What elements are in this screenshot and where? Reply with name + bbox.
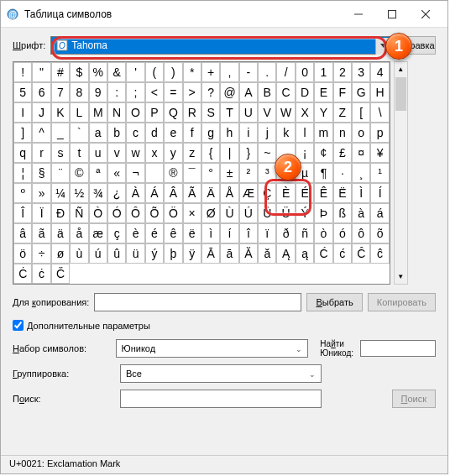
char-cell[interactable]: 9 xyxy=(89,82,107,102)
char-cell[interactable]: ì xyxy=(201,223,220,243)
char-cell[interactable]: Ú xyxy=(239,203,258,223)
char-cell[interactable]: } xyxy=(239,143,258,163)
char-cell[interactable]: ð xyxy=(276,223,295,243)
char-cell[interactable]: ¥ xyxy=(370,143,389,163)
char-cell[interactable]: j xyxy=(258,123,276,143)
advanced-checkbox[interactable] xyxy=(13,320,24,331)
char-cell[interactable]: ü xyxy=(126,243,144,264)
char-cell[interactable]: l xyxy=(296,123,314,143)
char-cell[interactable]: é xyxy=(145,223,164,243)
char-cell[interactable]: B xyxy=(258,82,276,102)
char-cell[interactable]: q xyxy=(13,143,32,163)
char-cell[interactable]: g xyxy=(201,123,220,143)
char-cell[interactable]: Ù xyxy=(220,203,238,223)
char-cell[interactable]: y xyxy=(164,143,182,163)
char-cell[interactable]: Ð xyxy=(51,203,70,223)
char-cell[interactable]: m xyxy=(314,123,332,143)
char-cell[interactable]: ¶ xyxy=(314,163,332,183)
char-cell[interactable]: Ò xyxy=(89,203,107,223)
char-cell[interactable]: ¨ xyxy=(51,163,70,183)
char-cell[interactable]: & xyxy=(107,62,126,82)
char-cell[interactable]: $ xyxy=(70,62,88,82)
char-cell[interactable]: M xyxy=(89,102,107,123)
char-cell[interactable]: ¹ xyxy=(370,163,389,183)
char-cell[interactable]: 6 xyxy=(32,82,50,102)
char-cell[interactable]: ç xyxy=(107,223,126,243)
char-cell[interactable]: ² xyxy=(239,163,258,183)
char-cell[interactable]: 1 xyxy=(314,62,332,82)
char-cell[interactable]: Ó xyxy=(107,203,126,223)
char-cell[interactable]: % xyxy=(89,62,107,82)
char-cell[interactable]: ? xyxy=(201,82,220,102)
char-cell[interactable]: o xyxy=(352,123,370,143)
char-cell[interactable]: ý xyxy=(145,243,164,264)
char-cell[interactable]: × xyxy=(183,203,201,223)
char-cell[interactable]: { xyxy=(201,143,220,163)
char-cell[interactable]: Ø xyxy=(201,203,220,223)
char-cell[interactable]: _ xyxy=(51,123,70,143)
char-cell[interactable]: ú xyxy=(89,243,107,264)
char-cell[interactable]: H xyxy=(370,82,389,102)
char-cell[interactable]: e xyxy=(164,123,182,143)
char-cell[interactable]: D xyxy=(296,82,314,102)
char-cell[interactable]: ÿ xyxy=(183,243,201,264)
char-cell[interactable]: Q xyxy=(164,102,182,123)
char-cell[interactable]: / xyxy=(276,62,295,82)
char-cell[interactable]: f xyxy=(183,123,201,143)
char-cell[interactable]: | xyxy=(220,143,238,163)
char-cell[interactable]: - xyxy=(239,62,258,82)
char-cell[interactable]: î xyxy=(239,223,258,243)
char-cell[interactable]: â xyxy=(13,223,32,243)
char-cell[interactable]: ê xyxy=(164,223,182,243)
char-cell[interactable]: Ö xyxy=(164,203,182,223)
maximize-button[interactable] xyxy=(375,3,409,26)
char-cell[interactable]: 2 xyxy=(333,62,352,82)
char-cell[interactable]: F xyxy=(333,82,352,102)
char-cell[interactable]: h xyxy=(220,123,238,143)
char-cell[interactable]: ą xyxy=(296,243,314,264)
char-cell[interactable]: # xyxy=(51,62,70,82)
char-cell[interactable]: ¿ xyxy=(107,183,126,203)
char-cell[interactable]: ñ xyxy=(296,223,314,243)
char-cell[interactable]: a xyxy=(89,123,107,143)
char-cell[interactable]: E xyxy=(314,82,332,102)
scroll-thumb[interactable] xyxy=(395,77,406,111)
char-cell[interactable]: ë xyxy=(183,223,201,243)
char-cell[interactable]: Ã xyxy=(183,183,201,203)
char-cell[interactable]: ÷ xyxy=(32,243,50,264)
grid-scrollbar[interactable]: ▲ ▼ xyxy=(394,61,408,285)
search-button[interactable]: Поиск xyxy=(392,390,436,408)
char-cell[interactable]: ª xyxy=(89,163,107,183)
char-cell[interactable]: u xyxy=(89,143,107,163)
char-cell[interactable]: c xyxy=(126,123,144,143)
close-button[interactable] xyxy=(409,3,442,26)
char-cell[interactable]: i xyxy=(239,123,258,143)
char-cell[interactable]: U xyxy=(239,102,258,123)
char-cell[interactable]: ă xyxy=(258,243,276,264)
char-cell[interactable]: ! xyxy=(13,62,32,82)
char-cell[interactable]: S xyxy=(201,102,220,123)
char-cell[interactable]: ' xyxy=(126,62,144,82)
char-cell[interactable]: ¦ xyxy=(13,163,32,183)
char-cell[interactable]: s xyxy=(51,143,70,163)
char-cell[interactable]: X xyxy=(296,102,314,123)
char-cell[interactable]: ā xyxy=(220,243,238,264)
char-cell[interactable]: ċ xyxy=(32,264,50,284)
scroll-up-button[interactable]: ▲ xyxy=(395,62,407,76)
char-cell[interactable]: + xyxy=(201,62,220,82)
char-cell[interactable]: = xyxy=(164,82,182,102)
char-cell[interactable]: x xyxy=(145,143,164,163)
char-cell[interactable]: 5 xyxy=(13,82,32,102)
char-cell[interactable]: : xyxy=(107,82,126,102)
char-cell[interactable]: » xyxy=(32,183,50,203)
char-cell[interactable]: É xyxy=(296,183,314,203)
char-cell[interactable]: ó xyxy=(333,223,352,243)
char-cell[interactable]: ô xyxy=(352,223,370,243)
char-cell[interactable]: è xyxy=(126,223,144,243)
char-cell[interactable]: æ xyxy=(89,223,107,243)
char-cell[interactable]: Ë xyxy=(333,183,352,203)
char-cell[interactable]: ] xyxy=(13,123,32,143)
scroll-track[interactable] xyxy=(395,112,407,269)
char-cell[interactable]: 7 xyxy=(51,82,70,102)
select-button[interactable]: Выбрать xyxy=(306,293,362,311)
